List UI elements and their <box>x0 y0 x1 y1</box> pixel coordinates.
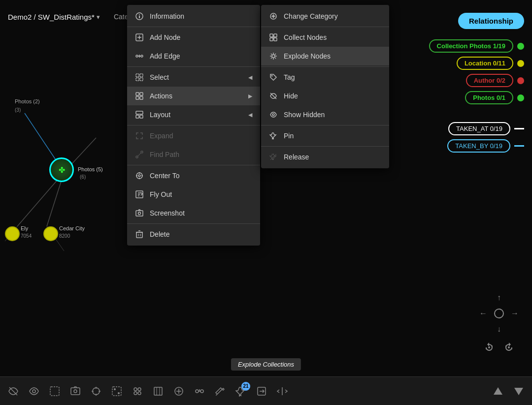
menu-item-layout[interactable]: Layout ◀ <box>127 105 260 124</box>
menu-item-change-category[interactable]: Change Category <box>261 7 389 26</box>
menu-label-collect-nodes: Collect Nodes <box>284 33 327 41</box>
divider-r3 <box>261 125 389 125</box>
menu-item-release[interactable]: Release <box>261 148 389 166</box>
menu-item-pin[interactable]: Pin <box>261 126 389 145</box>
tooltip-text: Explode Collections <box>238 361 294 368</box>
divider-4 <box>127 165 260 165</box>
toolbar-icon-connect[interactable] <box>194 386 205 397</box>
nav-tool-zoom[interactable] <box>503 342 515 356</box>
menu-item-explode-nodes[interactable]: Explode Nodes <box>261 47 389 65</box>
menu-item-delete[interactable]: Delete <box>127 225 260 244</box>
toolbar-icon-select[interactable] <box>49 386 60 397</box>
fly-out-icon <box>135 190 144 199</box>
nav-left[interactable]: ← <box>479 309 487 318</box>
menu-item-select[interactable]: Select ◀ <box>127 68 260 87</box>
svg-point-81 <box>134 392 137 395</box>
context-menu-right: Change Category Collect Nodes <box>261 5 389 168</box>
toolbar-icon-paint[interactable] <box>215 386 226 397</box>
dot-collection <box>517 43 524 50</box>
toolbar-icon-add[interactable] <box>173 386 184 397</box>
toolbar-icon-pin[interactable]: 21 <box>235 386 246 397</box>
menu-label-show-hidden: Show Hidden <box>284 111 325 119</box>
node-label-cedar-num: 8200 <box>59 233 70 239</box>
dot-author <box>517 77 524 84</box>
menu-item-collect-nodes[interactable]: Collect Nodes <box>261 28 389 47</box>
pill-collection[interactable]: Collection Photos 1/19 <box>429 39 513 53</box>
menu-label-information: Information <box>150 12 184 20</box>
menu-item-hide[interactable]: Hide <box>261 87 389 105</box>
toolbar-icon-select-nodes[interactable] <box>111 386 122 397</box>
node-cedar[interactable] <box>43 226 58 241</box>
pill-author[interactable]: Author 0/2 <box>466 74 513 87</box>
svg-line-57 <box>275 58 276 59</box>
nav-center[interactable] <box>494 309 504 318</box>
svg-point-51 <box>272 55 275 58</box>
toolbar-icon-expand[interactable] <box>132 386 143 397</box>
node-label-photos5: Photos (5) <box>78 166 103 172</box>
node-ely[interactable] <box>5 226 20 241</box>
svg-point-65 <box>508 346 510 348</box>
menu-item-fly-out[interactable]: Fly Out <box>127 185 260 204</box>
nav-right[interactable]: → <box>511 309 519 318</box>
svg-rect-23 <box>140 96 143 99</box>
show-hidden-icon <box>269 110 278 119</box>
menu-label-find-path: Find Path <box>150 151 179 158</box>
divider-r4 <box>261 146 389 147</box>
menu-label-pin: Pin <box>284 132 294 140</box>
actions-arrow: ▶ <box>248 93 252 99</box>
menu-item-actions[interactable]: Actions ▶ <box>127 87 260 105</box>
delete-icon <box>135 230 144 239</box>
menu-label-expand: Expand <box>150 132 173 140</box>
menu-label-fly-out: Fly Out <box>150 190 172 198</box>
graph-canvas: Photos (2) (3) ✤ Photos (5) (6) Ely 7054… <box>0 0 126 369</box>
menu-label-delete: Delete <box>150 230 169 238</box>
badge-collection: Collection Photos 1/19 <box>429 39 524 53</box>
breadcrumb-chevron[interactable]: ▾ <box>97 13 100 21</box>
menu-item-screenshot[interactable]: Screenshot <box>127 204 260 222</box>
dash-taken-at <box>514 128 524 129</box>
right-panel: Collection Photos 1/19 Location 0/11 Aut… <box>429 39 524 153</box>
svg-rect-16 <box>136 74 139 77</box>
nav-up[interactable]: ↑ <box>497 293 501 302</box>
menu-item-add-node[interactable]: Add Node <box>127 28 260 47</box>
pill-location[interactable]: Location 0/11 <box>457 57 513 70</box>
expand-icon <box>135 131 144 140</box>
toolbar-icon-split[interactable] <box>277 386 288 397</box>
tag-icon <box>269 73 278 82</box>
menu-item-show-hidden[interactable]: Show Hidden <box>261 105 389 124</box>
toolbar-icon-node-info[interactable] <box>256 386 267 397</box>
svg-rect-19 <box>140 78 143 81</box>
pin-badge: 21 <box>241 382 250 391</box>
nav-down[interactable]: ↓ <box>497 325 501 334</box>
select-icon <box>135 73 144 82</box>
menu-label-tag: Tag <box>284 73 295 81</box>
svg-rect-45 <box>270 34 273 37</box>
pill-photos[interactable]: Photos 0/1 <box>465 91 513 104</box>
menu-item-center-to[interactable]: Center To <box>127 166 260 185</box>
node-label-ely: Ely <box>21 225 28 231</box>
toolbar-icon-layout-up[interactable] <box>493 386 503 397</box>
pill-taken-at[interactable]: TAKEN_AT 0/19 <box>448 122 510 135</box>
svg-rect-36 <box>136 211 143 216</box>
menu-item-add-edge[interactable]: Add Edge <box>127 47 260 65</box>
divider-1 <box>127 27 260 27</box>
node-photos5[interactable]: ✤ <box>49 157 74 182</box>
toolbar-icon-crosshair[interactable] <box>91 386 101 397</box>
menu-item-information[interactable]: Information <box>127 7 260 26</box>
toolbar-icon-frame[interactable] <box>153 386 164 397</box>
toolbar-icon-layout-down[interactable] <box>513 386 524 397</box>
svg-rect-17 <box>140 74 143 77</box>
menu-label-add-edge: Add Edge <box>150 52 180 60</box>
divider-2 <box>127 66 260 67</box>
nav-tool-rotate[interactable] <box>483 342 495 356</box>
nav-cross: ↑ ← → ↓ <box>476 290 522 337</box>
svg-point-64 <box>488 346 490 348</box>
svg-line-56 <box>271 54 272 55</box>
pill-taken-by[interactable]: TAKEN_BY 0/19 <box>447 139 510 153</box>
menu-item-tag[interactable]: Tag <box>261 68 389 87</box>
svg-point-79 <box>134 388 137 391</box>
toolbar-icon-eye[interactable] <box>29 386 39 397</box>
svg-rect-21 <box>140 93 143 95</box>
toolbar-icon-screenshot[interactable] <box>70 386 81 397</box>
toolbar-icon-hide[interactable] <box>8 386 19 397</box>
